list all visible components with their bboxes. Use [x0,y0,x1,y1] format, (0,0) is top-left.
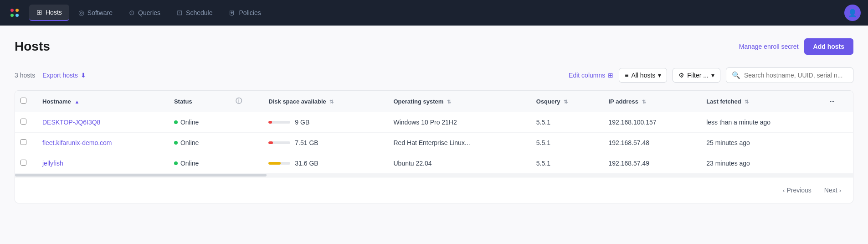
schedule-icon: ⊡ [177,9,183,17]
status-label-2: Online [180,160,199,167]
row-ip-2: 192.168.57.49 [601,153,699,174]
filter-list-icon: ≡ [625,72,628,79]
nav-item-schedule[interactable]: ⊡ Schedule [169,5,220,21]
table-body: DESKTOP-JQ6I3Q8 Online 9 GB Windows 10 P… [15,112,853,174]
next-button[interactable]: Next › [820,184,846,197]
row-ip-0: 192.168.100.157 [601,112,699,133]
row-checkbox-0[interactable] [21,119,26,125]
row-osquery-0: 5.5.1 [529,112,601,133]
col-header-check [15,91,35,112]
row-status-2: Online [167,153,228,174]
disk-space-value-0: 9 GB [295,119,309,126]
col-header-last-fetched[interactable]: Last fetched ⇅ [699,91,822,112]
logo [7,5,22,20]
sort-default-icon-ip: ⇅ [642,99,646,104]
avatar-button[interactable]: 👤 [844,5,861,21]
osquery-col-label: Osquery [536,98,560,105]
row-last-fetched-0: less than a minute ago [699,112,822,133]
nav-item-hosts[interactable]: ⊞ Hosts [29,5,69,21]
sort-default-icon-osquery: ⇅ [564,99,568,104]
col-header-disk-space[interactable]: Disk space available ⇅ [261,91,386,112]
row-os-2: Ubuntu 22.04 [386,153,529,174]
status-label-1: Online [180,139,199,146]
horizontal-scrollbar[interactable] [15,173,853,177]
col-header-info: ⓘ [228,91,261,112]
row-status-0: Online [167,112,228,133]
all-hosts-dropdown[interactable]: ≡ All hosts ▾ [619,68,667,83]
sort-default-icon-fetched: ⇅ [745,99,749,104]
info-icon: ⓘ [236,97,242,104]
row-hostname-1: fleet.kifarunix-demo.com [35,133,167,153]
disk-bar-fill-2 [268,162,280,165]
page-header: Hosts Manage enroll secret Add hosts [15,38,853,55]
nav-item-software[interactable]: ◎ Software [71,5,120,21]
table-header-row: Hostname ▲ Status ⓘ Disk space available… [15,91,853,112]
col-header-os[interactable]: Operating system ⇅ [386,91,529,112]
nav-item-queries[interactable]: ⊙ Queries [122,5,168,21]
search-box: 🔍 [726,67,853,83]
hostname-link-2[interactable]: jellyfish [42,160,63,167]
all-hosts-label: All hosts [631,72,655,79]
row-os-1: Red Hat Enterprise Linux... [386,133,529,153]
row-more-0 [822,112,853,133]
os-col-label: Operating system [393,98,443,105]
status-dot-1 [174,141,178,145]
filter-icon: ⚙ [678,72,684,79]
row-disk-0: 9 GB [261,112,386,133]
ip-col-label: IP address [609,98,639,105]
row-status-1: Online [167,133,228,153]
col-header-osquery[interactable]: Osquery ⇅ [529,91,601,112]
search-input[interactable] [744,72,847,79]
hosts-table: Hostname ▲ Status ⓘ Disk space available… [15,91,853,173]
disk-bar-2 [268,162,290,165]
download-icon: ⬇ [81,72,86,79]
col-header-ip[interactable]: IP address ⇅ [601,91,699,112]
pagination: ‹ Previous Next › [15,177,853,203]
edit-columns-button[interactable]: Edit columns ⊞ [569,72,613,79]
disk-space-value-1: 7.51 GB [295,139,318,146]
status-col-label: Status [174,98,192,105]
col-header-hostname[interactable]: Hostname ▲ [35,91,167,112]
hostname-link-0[interactable]: DESKTOP-JQ6I3Q8 [42,119,100,126]
hosts-icon: ⊞ [36,8,42,16]
row-check-0 [15,112,35,133]
sort-default-icon-disk: ⇅ [329,99,334,104]
table-header: Hostname ▲ Status ⓘ Disk space available… [15,91,853,112]
hosts-table-container: Hostname ▲ Status ⓘ Disk space available… [15,90,853,203]
nav-item-policies[interactable]: ⛨ Policies [221,5,268,21]
col-header-status[interactable]: Status [167,91,228,112]
row-info-0 [228,112,261,133]
row-check-2 [15,153,35,174]
row-disk-2: 31.6 GB [261,153,386,174]
table-row: jellyfish Online 31.6 GB Ubuntu 22.04 5.… [15,153,853,174]
row-last-fetched-1: 25 minutes ago [699,133,822,153]
row-checkbox-1[interactable] [21,139,26,145]
page-title: Hosts [15,39,739,54]
select-all-checkbox[interactable] [21,98,26,104]
table-row: fleet.kifarunix-demo.com Online 7.51 GB … [15,133,853,153]
row-more-2 [822,153,853,174]
sort-asc-icon: ▲ [74,99,79,104]
disk-bar-1 [268,141,290,144]
status-dot-0 [174,120,178,124]
previous-button[interactable]: ‹ Previous [778,184,816,197]
hostname-link-1[interactable]: fleet.kifarunix-demo.com [42,139,112,146]
scrollbar-thumb [15,174,267,177]
disk-bar-0 [268,121,290,124]
page-content: Hosts Manage enroll secret Add hosts 3 h… [0,26,868,244]
export-hosts-button[interactable]: Export hosts ⬇ [42,72,86,79]
row-os-0: Windows 10 Pro 21H2 [386,112,529,133]
add-hosts-button[interactable]: Add hosts [804,38,853,55]
hosts-count: 3 hosts [15,72,35,79]
columns-icon: ⊞ [608,72,613,79]
edit-columns-label: Edit columns [569,72,605,79]
search-icon: 🔍 [732,71,740,79]
filter-chevron-icon: ▾ [711,72,714,79]
row-info-2 [228,153,261,174]
disk-space-col-label: Disk space available [268,98,326,105]
filter-button[interactable]: ⚙ Filter ... ▾ [673,68,720,83]
previous-label: Previous [786,187,811,194]
manage-enroll-button[interactable]: Manage enroll secret [739,39,799,54]
row-last-fetched-2: 23 minutes ago [699,153,822,174]
row-checkbox-2[interactable] [21,160,26,166]
